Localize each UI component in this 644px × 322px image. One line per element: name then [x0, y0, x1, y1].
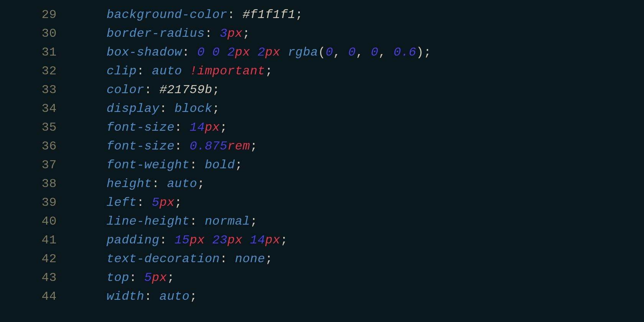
- line-content[interactable]: height: auto;: [57, 174, 205, 193]
- code-line[interactable]: 30border-radius: 3px;: [0, 24, 644, 43]
- token-numlit: 2: [227, 45, 235, 59]
- token-punct: ;: [197, 177, 205, 191]
- code-line[interactable]: 32clip: auto !important;: [0, 62, 644, 80]
- token-prop: display: [107, 102, 159, 116]
- line-content[interactable]: font-size: 14px;: [57, 118, 227, 137]
- token-unit: px: [227, 233, 242, 247]
- token-numlit: 3: [220, 26, 228, 41]
- line-number: 39: [0, 193, 57, 212]
- token-punct: ;: [250, 214, 258, 228]
- token-numlit: 23: [212, 233, 227, 247]
- token-punct: [243, 233, 250, 247]
- token-prop: background-color: [107, 8, 227, 22]
- line-number: 42: [0, 250, 57, 268]
- token-value: auto: [159, 289, 190, 304]
- code-line[interactable]: 37font-weight: bold;: [0, 156, 644, 174]
- code-line[interactable]: 33color: #21759b;: [0, 80, 644, 99]
- line-number: 44: [0, 287, 57, 306]
- token-hexv: #f1f1f1: [243, 8, 296, 22]
- code-line[interactable]: 38height: auto;: [0, 174, 644, 193]
- line-content[interactable]: background-color: #f1f1f1;: [57, 5, 303, 24]
- token-unit: px: [265, 45, 280, 59]
- token-prop: top: [107, 271, 129, 285]
- token-punct: :: [145, 83, 159, 97]
- code-line[interactable]: 40line-height: normal;: [0, 212, 644, 231]
- token-punct: :: [190, 214, 205, 228]
- token-unit: rem: [227, 139, 250, 153]
- line-content[interactable]: text-decoration: none;: [57, 250, 273, 268]
- token-punct: ;: [243, 26, 250, 41]
- line-content[interactable]: clip: auto !important;: [57, 62, 273, 80]
- token-unit: px: [235, 45, 250, 59]
- token-punct: ;: [296, 8, 303, 22]
- code-line[interactable]: 29background-color: #f1f1f1;: [0, 5, 644, 24]
- token-unit: px: [265, 233, 280, 247]
- line-content[interactable]: left: 5px;: [57, 193, 182, 212]
- line-number: 36: [0, 137, 57, 156]
- line-content[interactable]: border-radius: 3px;: [57, 24, 250, 43]
- token-punct: :: [159, 233, 174, 247]
- token-punct: ,: [356, 45, 371, 59]
- token-numlit: 14: [190, 120, 205, 135]
- line-content[interactable]: top: 5px;: [57, 268, 174, 287]
- line-content[interactable]: width: auto;: [57, 287, 197, 306]
- token-punct: :: [145, 289, 159, 304]
- token-punct: ,: [378, 45, 393, 59]
- token-numlit: 5: [152, 196, 159, 210]
- line-content[interactable]: line-height: normal;: [57, 212, 258, 231]
- token-prop: padding: [107, 233, 159, 247]
- token-numlit: 2: [258, 45, 265, 59]
- token-punct: :: [174, 120, 189, 135]
- token-value: bold: [205, 158, 235, 172]
- line-number: 29: [0, 5, 57, 24]
- code-line[interactable]: 42text-decoration: none;: [0, 250, 644, 268]
- token-punct: (: [318, 45, 326, 59]
- token-punct: ;: [212, 83, 220, 97]
- token-punct: [220, 45, 228, 59]
- token-punct: [205, 45, 212, 59]
- token-punct: [205, 233, 212, 247]
- line-content[interactable]: padding: 15px 23px 14px;: [57, 231, 288, 250]
- token-func: rgba: [288, 45, 318, 59]
- code-line[interactable]: 41padding: 15px 23px 14px;: [0, 231, 644, 250]
- token-value: normal: [205, 214, 250, 228]
- token-punct: ;: [265, 64, 273, 78]
- token-prop: height: [107, 177, 152, 191]
- token-value: auto: [152, 64, 182, 78]
- line-number: 37: [0, 156, 57, 174]
- code-line[interactable]: 39left: 5px;: [0, 193, 644, 212]
- token-numlit: 0: [325, 45, 333, 59]
- code-line[interactable]: 36font-size: 0.875rem;: [0, 137, 644, 156]
- line-content[interactable]: display: block;: [57, 99, 220, 118]
- token-unit: px: [205, 120, 220, 135]
- token-punct: :: [182, 45, 197, 59]
- token-numlit: 14: [250, 233, 265, 247]
- code-line[interactable]: 31box-shadow: 0 0 2px 2px rgba(0, 0, 0, …: [0, 43, 644, 62]
- token-numlit: 0: [212, 45, 220, 59]
- line-content[interactable]: font-size: 0.875rem;: [57, 137, 258, 156]
- token-punct: :: [152, 177, 167, 191]
- token-punct: [182, 64, 190, 78]
- token-punct: :: [174, 139, 189, 153]
- token-prop: line-height: [107, 214, 190, 228]
- line-number: 40: [0, 212, 57, 231]
- line-number: 43: [0, 268, 57, 287]
- line-content[interactable]: font-weight: bold;: [57, 156, 243, 174]
- token-punct: :: [205, 26, 220, 41]
- token-unit: px: [159, 196, 174, 210]
- code-line[interactable]: 34display: block;: [0, 99, 644, 118]
- code-line[interactable]: 35font-size: 14px;: [0, 118, 644, 137]
- line-number: 31: [0, 43, 57, 62]
- token-punct: );: [416, 45, 431, 59]
- code-line[interactable]: 44width: auto;: [0, 287, 644, 306]
- code-editor[interactable]: 29background-color: #f1f1f1;30border-rad…: [0, 0, 644, 306]
- token-prop: text-decoration: [107, 252, 220, 266]
- code-line[interactable]: 43top: 5px;: [0, 268, 644, 287]
- line-number: 33: [0, 80, 57, 99]
- line-content[interactable]: color: #21759b;: [57, 80, 220, 99]
- token-punct: ;: [167, 271, 175, 285]
- line-number: 32: [0, 62, 57, 80]
- line-content[interactable]: box-shadow: 0 0 2px 2px rgba(0, 0, 0, 0.…: [57, 43, 431, 62]
- token-punct: [250, 45, 258, 59]
- token-prop: font-size: [107, 120, 174, 135]
